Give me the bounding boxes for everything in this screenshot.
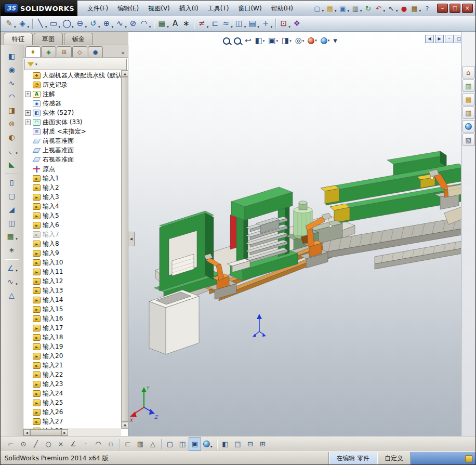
zoom-fit-button[interactable]	[222, 37, 231, 45]
swept-boss-tool[interactable]: ∿	[7, 77, 17, 89]
offset-entities-tool[interactable]: ≈▾	[220, 17, 234, 31]
tree-item[interactable]: 历史记录	[23, 80, 121, 89]
tree-item[interactable]: 输入12	[23, 276, 121, 286]
menu-item-窗口W[interactable]: 窗口(W)	[233, 2, 266, 15]
shell-tool[interactable]: ▢	[7, 190, 17, 202]
line-snap-tool[interactable]: ╱	[30, 437, 42, 451]
print-button[interactable]: ▥▾	[350, 2, 363, 15]
zoom-area-button[interactable]	[233, 37, 242, 45]
scroll-left-button[interactable]: ◀	[23, 429, 30, 436]
previous-view-button[interactable]: ↩	[244, 36, 253, 45]
pane-previous-button[interactable]: ◀	[425, 35, 434, 43]
tree-item[interactable]: 输入23	[23, 379, 121, 389]
save-button[interactable]: ▣▾	[337, 2, 350, 15]
chamfer-tool[interactable]: ◣	[7, 158, 17, 170]
file-explorer-tab[interactable]: ▤	[462, 93, 475, 105]
split-horizontal-button[interactable]: ⊟	[244, 437, 257, 451]
curves-tool[interactable]: ∿▾	[6, 275, 18, 288]
rebuild-button[interactable]: ↻	[363, 2, 373, 15]
hide-show-items-button[interactable]: ◎▾	[294, 36, 306, 45]
instant3d-tool[interactable]: △	[7, 289, 17, 301]
open-button[interactable]: ▤▾	[325, 2, 338, 15]
view-orientation-button[interactable]: ▣▾	[267, 36, 279, 45]
point-tool[interactable]: ∗	[181, 17, 192, 31]
custom-properties-tab[interactable]: ▧	[462, 134, 475, 146]
tree-item[interactable]: 输入14	[23, 295, 121, 304]
tree-item[interactable]: 输入17	[23, 323, 121, 333]
hidden-lines-display-button[interactable]: ◫	[176, 437, 189, 451]
design-library-tab[interactable]: ▥	[462, 79, 475, 92]
tree-item[interactable]: 输入6	[23, 220, 121, 230]
tree-expander[interactable]: +	[25, 119, 31, 125]
customize-button[interactable]: 自定义	[377, 452, 411, 465]
tree-item[interactable]: 输入16	[23, 314, 121, 323]
tree-item[interactable]: 输入25	[23, 398, 121, 407]
slot-tool[interactable]: ⊖▾	[75, 17, 88, 31]
reference-geometry-tool[interactable]: ∠▾	[6, 262, 18, 274]
menu-item-帮助H[interactable]: 帮助(H)	[267, 2, 298, 15]
wireframe-display-button[interactable]: ▢	[164, 437, 176, 451]
view-settings-button[interactable]: ▾	[332, 36, 338, 45]
propertymanager-tab[interactable]: ◈	[41, 46, 56, 57]
section-view-button[interactable]: ◧▾	[254, 36, 266, 45]
menu-item-插入I[interactable]: 插入(I)	[175, 2, 203, 15]
tree-item[interactable]: 输入9	[23, 248, 121, 258]
grid-display-tool[interactable]: ▦	[134, 437, 147, 451]
tree-item[interactable]: 上视基准面	[23, 145, 121, 155]
filter-input[interactable]	[37, 61, 126, 68]
tree-item[interactable]: 材质 <未指定>	[23, 127, 121, 136]
tree-item[interactable]: 输入18	[23, 333, 121, 342]
view-palette-tab[interactable]: ▦	[462, 107, 475, 119]
fillet-tool[interactable]: ◟▾	[6, 144, 18, 157]
tree-item[interactable]: 输入10	[23, 258, 121, 267]
tree-item[interactable]: 传感器	[23, 99, 121, 108]
tree-item[interactable]: 输入3	[23, 192, 121, 202]
tree-item[interactable]: 输入21	[23, 361, 121, 370]
menu-item-编辑E[interactable]: 编辑(E)	[113, 2, 143, 15]
midpoint-snap-tool[interactable]: ·	[80, 437, 92, 451]
graphics-viewport[interactable]: Y X Z ↩◧▾▣▾◨▾◎▾▾▾▾ ◀	[128, 32, 462, 436]
tree-expander[interactable]: +	[25, 110, 31, 116]
select-button[interactable]: ↖▾	[386, 2, 399, 15]
edit-appearance-button[interactable]: ▾	[307, 37, 318, 45]
tree-item[interactable]: 原点	[23, 164, 121, 174]
tree-item[interactable]: +注解	[23, 89, 121, 99]
featuremanager-tab[interactable]: ♦	[25, 46, 41, 57]
ellipse-tool[interactable]: ◯▾	[61, 17, 75, 31]
text-tool[interactable]: A	[170, 17, 181, 31]
extruded-cut-tool[interactable]: ◨	[7, 104, 17, 116]
task-pane-home-tab[interactable]: ⌂	[462, 66, 475, 78]
tree-item[interactable]: +曲面实体 (33)	[23, 117, 121, 127]
panel-collapse-arrow[interactable]: ◀	[128, 232, 135, 246]
sketch-picture-tool[interactable]: ❖	[292, 17, 302, 31]
split-grid-button[interactable]: ⊞	[257, 437, 269, 451]
center-snap-tool[interactable]: ⊙	[17, 437, 30, 451]
camera-view-button[interactable]: ▤	[232, 437, 244, 451]
tab-钣金[interactable]: 钣金	[64, 33, 93, 45]
configurationmanager-tab[interactable]: ⊞	[57, 46, 72, 57]
tree-item[interactable]: 输入11	[23, 267, 121, 276]
spiral-tool[interactable]: ↺▾	[88, 17, 101, 31]
display-relations-tool[interactable]: ⊡▾	[278, 17, 292, 31]
pane-next-button[interactable]: ▶	[435, 35, 444, 43]
menu-item-文件F[interactable]: 文件(F)	[83, 2, 113, 15]
spline-tool[interactable]: ∿▾	[114, 17, 128, 31]
close-button[interactable]: ×	[462, 4, 473, 13]
dimxpertmanager-tab[interactable]: ◇	[72, 46, 87, 57]
trim-entities-tool[interactable]: ≠▾	[196, 17, 210, 31]
revolved-cut-tool[interactable]: ◐	[7, 131, 17, 143]
revolved-boss-tool[interactable]: ◉	[7, 63, 17, 76]
tree-vertical-scrollbar[interactable]: ▲ ▼	[121, 70, 128, 429]
new-document-button[interactable]: ▢▾	[312, 2, 325, 15]
scroll-right-button[interactable]: ▶	[61, 429, 68, 436]
tree-item[interactable]: 右视基准面	[23, 155, 121, 164]
appearances-scenes-tab[interactable]	[462, 120, 475, 132]
linear-sketch-pattern-tool[interactable]: ▤▾	[247, 17, 260, 31]
hole-wizard-tool[interactable]: ⊚	[7, 117, 17, 130]
linear-pattern-tool[interactable]: ▦▾	[6, 230, 18, 243]
horizontal-scroll-thumb[interactable]	[30, 429, 61, 436]
tree-item[interactable]: 输入2	[23, 183, 121, 192]
grid-snap-tool[interactable]: ▫	[104, 437, 117, 451]
section-display-button[interactable]: ◧	[219, 437, 232, 451]
menu-item-视图V[interactable]: 视图(V)	[143, 2, 175, 15]
